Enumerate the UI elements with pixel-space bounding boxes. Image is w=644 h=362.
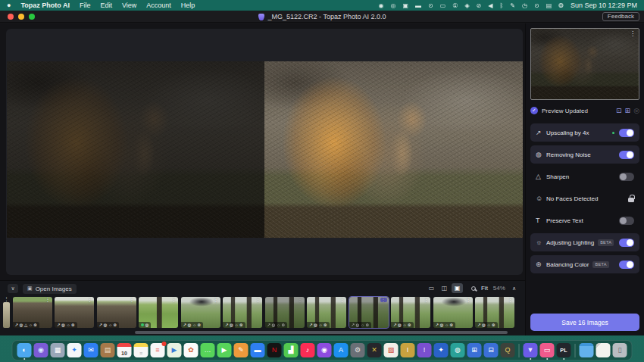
dock-app-keynote[interactable]: ▬ (251, 343, 265, 357)
thumbnail-4[interactable]: ⋮◍ (139, 297, 178, 328)
adjusting-lighting-toggle[interactable] (619, 239, 634, 247)
balancing-color-toggle[interactable] (619, 261, 634, 269)
open-images-button[interactable]: ▣ Open Images (23, 284, 77, 294)
thumbnail-menu-icon[interactable]: ⋮ (45, 298, 51, 302)
dock-app-trash[interactable]: ▯ (613, 343, 627, 357)
dock-app-globe-app[interactable]: ◍ (451, 343, 465, 357)
row-upscaling-by-4x[interactable]: ↗Upscaling by 4x (530, 123, 639, 142)
thumbnail-menu-icon[interactable]: ⋮ (130, 298, 135, 302)
thumbnail-partial[interactable]: ⋮ (3, 302, 10, 328)
thumbnail-5[interactable]: ⋮↗◍☼⊛ (181, 297, 220, 328)
sharpen-toggle[interactable] (619, 173, 634, 181)
dock-app-postcard-app[interactable]: ▨ (384, 343, 399, 357)
camera-icon[interactable]: ◎ (390, 2, 395, 9)
search-icon[interactable]: ⊙ (534, 2, 539, 9)
dock-app-music[interactable]: ♪ (301, 343, 315, 357)
thumbnail-menu-icon[interactable]: ⋮ (424, 298, 429, 302)
dock-app-pages[interactable]: ✎ (234, 343, 249, 357)
collapse-filmstrip-button[interactable]: ∨ (8, 284, 18, 293)
clock-icon[interactable]: ◷ (522, 2, 527, 9)
dock-app-topaz-photo-ai[interactable]: ▼ (524, 343, 538, 357)
thumbnail-6[interactable]: ⋮↗◍☼⊛ (223, 297, 262, 328)
dock-app-netflix[interactable]: N (267, 343, 282, 357)
dock-app-gold-tool-app[interactable]: I (401, 343, 415, 357)
upscaling-by-4x-toggle[interactable] (619, 129, 634, 137)
dock-app-screenshot-app[interactable]: ⊞ (467, 343, 482, 357)
thumbnail-menu-icon[interactable]: ⋮ (339, 298, 345, 302)
dock-app-photos[interactable]: ✿ (184, 343, 199, 357)
crop-icon[interactable]: ⊡ (616, 107, 622, 114)
dock-app-facetime[interactable]: ▶ (217, 343, 232, 357)
split-view-button[interactable]: ◫ (439, 283, 450, 293)
row-removing-noise[interactable]: ◍Removing Noise (530, 145, 639, 164)
compare-icon[interactable]: ◎ (633, 107, 639, 114)
dock-app-reminders[interactable]: ≡ (151, 343, 165, 357)
thumbnail-3[interactable]: ⋮↗◍☼⊛ (97, 297, 136, 328)
thumbnail-menu-icon[interactable]: ⋮ (87, 298, 92, 302)
dock-app-document[interactable] (596, 343, 611, 357)
dock-app-siri[interactable]: ◉ (34, 343, 48, 357)
dock-app-inspector-app[interactable]: Q (501, 343, 515, 357)
menu-item-account[interactable]: Account (146, 2, 171, 9)
bluetooth-icon[interactable]: ᛒ (499, 2, 503, 9)
dock-app-downloads-folder[interactable] (580, 343, 594, 357)
thumbnail-2[interactable]: ⋮↗◍☼⊛ (55, 297, 94, 328)
dock-app-photo-editor[interactable]: ✕ (367, 343, 382, 357)
thumbnail-10[interactable]: ⋮↗◍☼⊛ (391, 297, 430, 328)
thumbnail-menu-icon[interactable]: ⋮ (508, 298, 513, 302)
thumbnail-menu-icon[interactable]: ⋮ (630, 31, 636, 36)
zoom-percentage[interactable]: 54% (493, 285, 505, 292)
thumbnail-menu-icon[interactable]: ⋮ (298, 298, 303, 302)
thumbnail-menu-icon[interactable]: ⋮ (255, 298, 261, 302)
thumbnail-menu-icon[interactable]: ⋮ (214, 298, 219, 302)
thumbnail-menu-icon[interactable]: ⋮ (380, 298, 387, 302)
thumbnail-menu-icon[interactable]: ⋮ (466, 298, 471, 302)
after-image[interactable] (264, 61, 523, 238)
dock-app-flowchart-app[interactable]: ⊟ (484, 343, 499, 357)
before-image[interactable] (7, 61, 264, 238)
display-rect-icon[interactable]: ▬ (415, 2, 421, 9)
dock-app-launchpad[interactable]: ▦ (51, 343, 65, 357)
row-preserve-text[interactable]: TPreserve Text (530, 211, 639, 229)
thumbnail-11[interactable]: ⋮↗◍☼⊛ (433, 297, 473, 328)
menu-clock[interactable]: Sun Sep 10 12:29 PM (571, 2, 637, 9)
screen-share-icon[interactable]: ▭ (440, 2, 446, 9)
row-no-faces-detected[interactable]: ☺No Faces Detected (530, 189, 639, 208)
dock-app-app-store[interactable]: A (334, 343, 349, 357)
dock-app-display-app[interactable]: ▭ (540, 343, 555, 357)
feedback-button[interactable]: Feedback (602, 12, 639, 21)
dock-app-messages[interactable]: … (201, 343, 215, 357)
dock-app-numbers[interactable]: ▟ (284, 343, 299, 357)
timer-icon[interactable]: ① (452, 2, 458, 9)
menu-app-name[interactable]: Topaz Photo AI (20, 2, 70, 9)
fit-label[interactable]: Fit (481, 285, 488, 292)
menu-item-help[interactable]: Help (181, 2, 195, 9)
dock-app-system-settings[interactable]: ⚙ (351, 343, 365, 357)
row-sharpen[interactable]: △Sharpen (530, 167, 639, 186)
preserve-text-toggle[interactable] (619, 217, 634, 225)
thumbnail-8[interactable]: ⋮↗◍☼⊛ (307, 297, 346, 328)
expand-icon[interactable]: ⊞ (625, 107, 631, 114)
thumbnail-1[interactable]: ⋮↗◍△☼⊛ (13, 297, 52, 328)
dock-app-calendar[interactable]: 10 (117, 343, 132, 357)
apple-menu-icon[interactable]: ● (7, 2, 11, 9)
compare-view[interactable] (7, 61, 523, 238)
menu-item-file[interactable]: File (80, 2, 91, 9)
thumbnail-9[interactable]: ⋮↗◍☼⊛ (349, 297, 389, 328)
side-by-side-view-button[interactable]: ▣ (452, 283, 463, 293)
thumbnail-menu-icon[interactable]: ⋮ (171, 298, 177, 302)
dock-app-maps[interactable]: ▶ (167, 343, 182, 357)
zoom-icon[interactable]: ⊙ (428, 2, 433, 9)
removing-noise-toggle[interactable] (619, 151, 634, 159)
thumbnail-12[interactable]: ⋮↗◍☼⊛ (475, 297, 514, 328)
filmstrip-scrollbar[interactable] (135, 331, 508, 334)
dock-app-compass-app[interactable]: ✦ (434, 343, 449, 357)
record-icon[interactable]: ⊘ (477, 2, 482, 9)
menu-item-view[interactable]: View (122, 2, 136, 9)
zoom-chevron-icon[interactable]: ∧ (512, 286, 516, 292)
diamond-icon[interactable]: ◈ (464, 2, 469, 9)
dock-app-finder[interactable]: ◐ (17, 343, 32, 357)
zoom-magnifier-icon[interactable] (471, 286, 476, 291)
save-images-button[interactable]: Save 16 Images (530, 314, 639, 331)
dock-app-mail[interactable]: ✉ (84, 343, 98, 357)
